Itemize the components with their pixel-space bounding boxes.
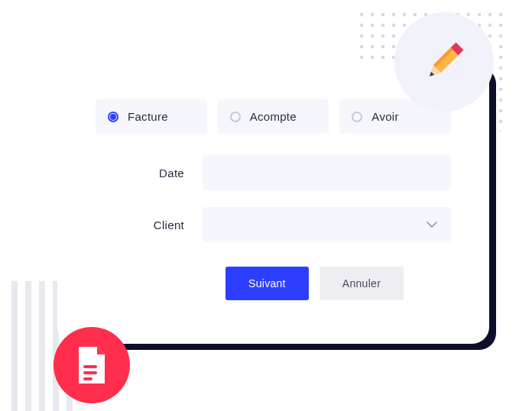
svg-rect-6 (83, 371, 97, 374)
radio-selected-icon (108, 112, 118, 122)
radio-unselected-icon (230, 112, 241, 122)
date-input[interactable] (203, 155, 451, 190)
client-row: Client (96, 207, 451, 242)
client-label: Client (96, 218, 203, 231)
date-row: Date (96, 155, 451, 190)
radio-label: Acompte (250, 110, 297, 123)
cancel-button[interactable]: Annuler (320, 267, 404, 300)
document-icon (74, 345, 109, 385)
svg-rect-7 (83, 377, 92, 380)
radio-option-acompte[interactable]: Acompte (218, 99, 329, 134)
document-badge (54, 327, 130, 403)
radio-option-facture[interactable]: Facture (96, 99, 207, 134)
svg-rect-5 (83, 365, 97, 368)
button-row: Suivant Annuler (225, 267, 451, 300)
pencil-icon (417, 35, 471, 89)
pencil-badge (394, 12, 494, 112)
radio-label: Facture (128, 110, 168, 123)
document-type-radio-group: Facture Acompte Avoir (96, 99, 451, 134)
client-select[interactable] (203, 207, 451, 242)
radio-unselected-icon (352, 112, 362, 122)
next-button[interactable]: Suivant (225, 267, 309, 300)
chevron-down-icon (427, 222, 437, 228)
radio-label: Avoir (371, 110, 398, 123)
date-label: Date (96, 167, 203, 180)
